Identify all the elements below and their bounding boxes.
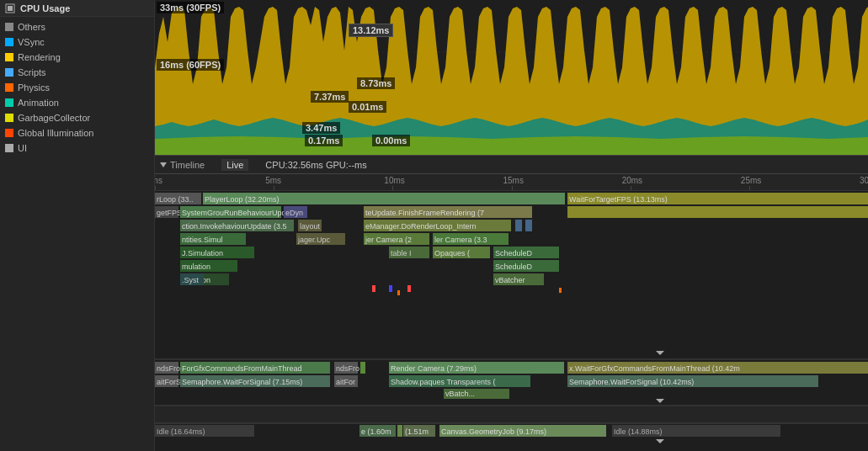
legend-area: OthersVSyncRenderingScriptsPhysicsAnimat… — [0, 17, 154, 451]
svg-text:Shadow.paques Transparents (: Shadow.paques Transparents ( — [391, 378, 496, 386]
svg-text:Render Camera (7.29ms): Render Camera (7.29ms) — [391, 364, 477, 373]
ruler-line-3 — [512, 186, 513, 190]
svg-marker-59 — [656, 351, 664, 355]
sidebar-title: CPU Usage — [20, 3, 70, 13]
timeline-section: Timeline — [160, 160, 205, 170]
legend-item-physics: Physics — [5, 81, 149, 94]
ruler-line-2 — [392, 186, 393, 190]
legend-color — [5, 68, 13, 77]
graph-label-0ms01: 0.01ms — [349, 101, 386, 113]
graph-label-8ms: 8.73ms — [357, 77, 395, 89]
legend-color — [5, 83, 13, 92]
svg-text:Semaphore.WaitForSignal (7.15m: Semaphore.WaitForSignal (7.15ms) — [182, 378, 302, 386]
cpu-graph-svg — [155, 0, 868, 155]
sidebar: CPU Usage OthersVSyncRenderingScriptsPhy… — [0, 0, 155, 451]
svg-text:ForGfxCommandsFromMainThread: ForGfxCommandsFromMainThread — [182, 364, 302, 373]
legend-item-ui: UI — [5, 141, 149, 155]
legend-label: Global Illumination — [18, 128, 94, 138]
svg-text:vBatcher: vBatcher — [495, 276, 525, 284]
ruler-tick-4: 20ms — [622, 176, 642, 185]
svg-text:ScheduleD: ScheduleD — [495, 249, 533, 257]
legend-label: UI — [18, 143, 27, 153]
legend-color — [5, 38, 13, 46]
legend-color — [5, 144, 13, 152]
svg-text:WaitForTargetFPS (13.13ms): WaitForTargetFPS (13.13ms) — [569, 195, 668, 204]
legend-color — [5, 129, 13, 137]
svg-text:table I: table I — [391, 249, 412, 257]
svg-text:ntities.Simul: ntities.Simul — [182, 236, 223, 244]
legend-color — [5, 53, 13, 61]
main-content: 33ms (30FPS) 16ms (60FPS) 13.12ms 8.73ms… — [155, 0, 868, 451]
svg-text:Idle (16.64ms): Idle (16.64ms) — [157, 427, 205, 436]
svg-text:Canvas.GeometryJob (9.17ms): Canvas.GeometryJob (9.17ms) — [441, 427, 546, 436]
legend-label: Rendering — [18, 52, 61, 62]
legend-label: Others — [18, 22, 45, 32]
svg-text:x.WaitForGfxCommandsFromMainTh: x.WaitForGfxCommandsFromMainThread (10.4… — [569, 364, 740, 373]
svg-text:ScheduleD: ScheduleD — [495, 263, 533, 271]
legend-label: GarbageCollector — [18, 113, 90, 123]
graph-label-0ms00: 0.00ms — [372, 135, 410, 146]
svg-text:Idle (14.88ms): Idle (14.88ms) — [614, 427, 663, 436]
svg-text:getFPS: getFPS — [157, 209, 182, 217]
svg-rect-92 — [397, 425, 402, 437]
ruler-tick-1: 5ms — [265, 176, 281, 185]
svg-marker-99 — [656, 439, 664, 443]
legend-color — [5, 114, 13, 122]
svg-rect-56 — [397, 290, 400, 295]
timeline-ruler: Timeline Live CPU:32.56ms GPU:--ms — [155, 156, 868, 174]
svg-rect-1 — [8, 6, 13, 11]
svg-text:ction.InvokehaviourUpdate (3.5: ction.InvokehaviourUpdate (3.5 — [182, 222, 287, 231]
svg-text:e (1.60m: e (1.60m — [361, 427, 391, 436]
ruler-tick-6: 30ms — [860, 176, 868, 185]
svg-text:rLoop (33..: rLoop (33.. — [157, 195, 194, 204]
legend-item-scripts: Scripts — [5, 66, 149, 79]
svg-text:eManager.DoRenderLoop_Intern: eManager.DoRenderLoop_Intern — [365, 222, 477, 231]
ruler-line-0 — [155, 186, 156, 190]
svg-rect-26 — [515, 220, 522, 231]
svg-text:teUpdate.FinishFrameRendering : teUpdate.FinishFrameRendering (7 — [365, 209, 484, 217]
scripts-layer — [155, 136, 868, 155]
legend-item-vsync: VSync — [5, 35, 149, 49]
svg-rect-67 — [360, 362, 365, 374]
sidebar-header: CPU Usage — [0, 0, 154, 17]
ruler-line-1 — [274, 186, 274, 190]
svg-text:vBatch...: vBatch... — [445, 390, 475, 398]
svg-text:eDyn: eDyn — [285, 209, 303, 217]
legend-item-garbagecollector: GarbageCollector — [5, 111, 149, 125]
svg-text:ler Camera (3.3: ler Camera (3.3 — [434, 236, 487, 244]
live-badge[interactable]: Live — [221, 159, 248, 171]
cpu-icon — [5, 3, 15, 13]
legend-label: VSync — [18, 37, 45, 47]
svg-text:mulation: mulation — [182, 263, 210, 271]
svg-rect-27 — [525, 220, 532, 231]
graph-label-3ms: 3.47ms — [302, 122, 340, 134]
svg-rect-54 — [372, 285, 375, 292]
tracks-svg: rLoop (33.. PlayerLoop (32.20ms) WaitFor… — [155, 191, 868, 451]
ruler-line-5 — [749, 186, 750, 190]
ruler-tick-0: 0ms — [155, 176, 162, 185]
svg-text:aitForS: aitForS — [157, 378, 181, 386]
svg-text:J.Simulation: J.Simulation — [182, 249, 223, 257]
graph-label-16ms: 16ms (60FPS) — [157, 59, 224, 71]
legend-color — [5, 98, 13, 107]
legend-item-global-illumination: Global Illumination — [5, 126, 149, 140]
svg-text:layout: layout — [300, 222, 321, 231]
svg-text:Opaques (: Opaques ( — [434, 249, 470, 257]
legend-label: Physics — [18, 82, 50, 93]
legend-item-others: Others — [5, 20, 149, 34]
tracks-content: rLoop (33.. PlayerLoop (32.20ms) WaitFor… — [155, 191, 868, 451]
ruler-tick-5: 25ms — [741, 176, 761, 185]
svg-rect-57 — [407, 285, 411, 292]
graph-label-0ms17: 0.17ms — [305, 135, 343, 146]
svg-rect-86 — [155, 406, 868, 423]
svg-text:Semaphore.WaitForSignal (10.42: Semaphore.WaitForSignal (10.42ms) — [569, 378, 694, 386]
legend-item-animation: Animation — [5, 96, 149, 109]
svg-rect-55 — [389, 285, 392, 292]
svg-text:jer Camera (2: jer Camera (2 — [365, 236, 412, 244]
legend-label: Animation — [18, 98, 59, 108]
svg-text:SystemGrouRunBehaviourUpd: SystemGrouRunBehaviourUpd — [182, 209, 286, 217]
svg-text:.Syst: .Syst — [182, 276, 200, 284]
ruler-line-4 — [631, 186, 631, 190]
graph-label-13ms: 13.12ms — [349, 24, 393, 37]
cpu-graph: 33ms (30FPS) 16ms (60FPS) 13.12ms 8.73ms… — [155, 0, 868, 156]
